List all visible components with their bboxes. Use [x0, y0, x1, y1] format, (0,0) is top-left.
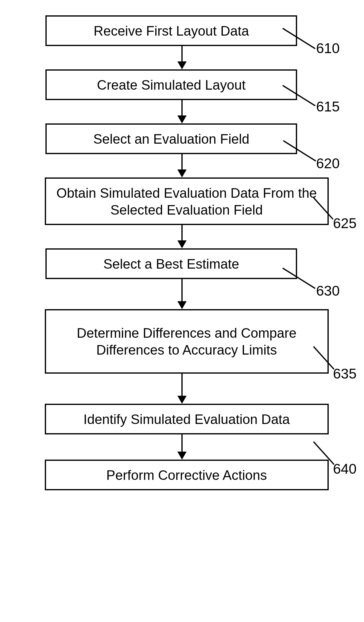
step-text: Select an Evaluation Field	[93, 130, 250, 147]
arrow	[177, 434, 187, 460]
step-text: Perform Corrective Actions	[106, 467, 267, 484]
step-text: Create Simulated Layout	[97, 76, 246, 93]
step-box-615: Create Simulated Layout	[45, 69, 297, 100]
ref-label: 620	[316, 155, 340, 172]
ref-label: 635	[333, 365, 357, 382]
step-text: Select a Best Estimate	[103, 255, 239, 272]
arrow	[177, 279, 187, 309]
arrow	[177, 374, 187, 404]
flowchart-page: Receive First Layout Data Create Simulat…	[0, 0, 364, 490]
step-box-625: Obtain Simulated Evaluation Data From th…	[45, 177, 329, 225]
step-box-630: Select a Best Estimate	[45, 248, 297, 279]
arrow	[177, 225, 187, 248]
arrow	[177, 46, 187, 69]
step-text: Determine Differences and Compare Differ…	[52, 325, 322, 358]
step-text: Identify Simulated Evaluation Data	[83, 411, 290, 428]
ref-label: 640	[333, 461, 357, 477]
step-box-610: Receive First Layout Data	[45, 15, 297, 46]
ref-label: 615	[316, 98, 340, 115]
arrow	[177, 154, 187, 177]
step-box-635: Determine Differences and Compare Differ…	[45, 309, 329, 374]
ref-label: 630	[316, 282, 340, 299]
ref-label: 610	[316, 40, 340, 56]
arrow	[177, 100, 187, 123]
flowchart: Receive First Layout Data Create Simulat…	[0, 15, 364, 490]
ref-label: 625	[333, 215, 357, 231]
step-box-640: Identify Simulated Evaluation Data	[45, 404, 329, 434]
step-box-645: Perform Corrective Actions	[45, 460, 329, 490]
step-box-620: Select an Evaluation Field	[45, 123, 297, 154]
step-text: Obtain Simulated Evaluation Data From th…	[52, 185, 322, 218]
step-text: Receive First Layout Data	[94, 22, 249, 39]
